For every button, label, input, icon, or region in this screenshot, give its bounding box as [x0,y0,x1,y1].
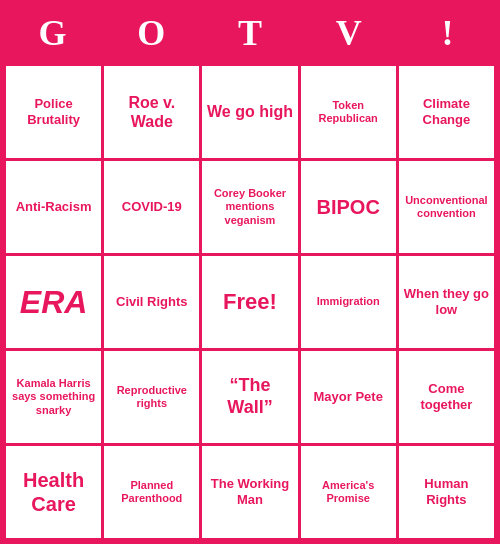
bingo-cell-6[interactable]: COVID-19 [104,161,199,253]
bingo-cell-12[interactable]: Free! [202,256,297,348]
bingo-cell-17[interactable]: “The Wall” [202,351,297,443]
bingo-cell-4[interactable]: Climate Change [399,66,494,158]
bingo-cell-19[interactable]: Come together [399,351,494,443]
bingo-cell-22[interactable]: The Working Man [202,446,297,538]
bingo-cell-11[interactable]: Civil Rights [104,256,199,348]
bingo-header: GOTV! [3,3,497,63]
header-letter-1: O [102,3,201,63]
bingo-cell-21[interactable]: Planned Parenthood [104,446,199,538]
bingo-cell-10[interactable]: ERA [6,256,101,348]
bingo-grid: Police BrutalityRoe v. WadeWe go highTok… [3,63,497,541]
bingo-cell-16[interactable]: Reproductive rights [104,351,199,443]
bingo-cell-0[interactable]: Police Brutality [6,66,101,158]
header-letter-2: T [201,3,300,63]
bingo-cell-8[interactable]: BIPOC [301,161,396,253]
bingo-cell-1[interactable]: Roe v. Wade [104,66,199,158]
bingo-cell-15[interactable]: Kamala Harris says something snarky [6,351,101,443]
header-letter-3: V [299,3,398,63]
bingo-cell-24[interactable]: Human Rights [399,446,494,538]
bingo-cell-23[interactable]: America's Promise [301,446,396,538]
bingo-cell-20[interactable]: Health Care [6,446,101,538]
header-letter-0: G [3,3,102,63]
bingo-cell-5[interactable]: Anti-Racism [6,161,101,253]
header-letter-4: ! [398,3,497,63]
bingo-cell-3[interactable]: Token Republican [301,66,396,158]
bingo-cell-14[interactable]: When they go low [399,256,494,348]
bingo-cell-18[interactable]: Mayor Pete [301,351,396,443]
bingo-cell-7[interactable]: Corey Booker mentions veganism [202,161,297,253]
bingo-cell-2[interactable]: We go high [202,66,297,158]
bingo-cell-9[interactable]: Unconventional convention [399,161,494,253]
bingo-card: GOTV! Police BrutalityRoe v. WadeWe go h… [0,0,500,544]
bingo-cell-13[interactable]: Immigration [301,256,396,348]
